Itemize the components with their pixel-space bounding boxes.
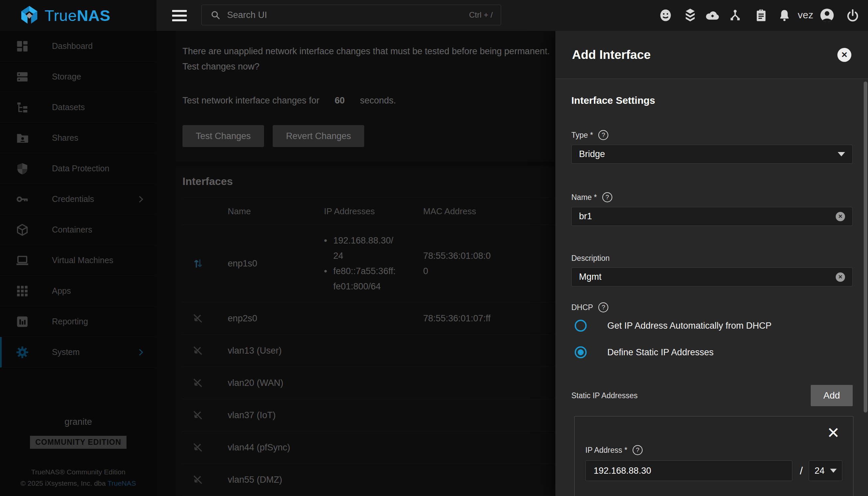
topbar: TrueNAS Search UI Ctrl + /: [0, 0, 868, 31]
panel-body: Interface Settings Type * ? Bridge Name …: [555, 79, 868, 496]
type-select[interactable]: Bridge: [571, 145, 853, 164]
cloud-sync-icon[interactable]: [704, 7, 720, 23]
clear-icon[interactable]: ✕: [836, 212, 845, 221]
notifications-bell-icon[interactable]: [776, 7, 792, 23]
type-label: Type * ?: [571, 130, 853, 140]
add-ip-button[interactable]: Add: [811, 385, 853, 406]
user-avatar[interactable]: [819, 7, 835, 23]
topbar-brand-area: TrueNAS: [0, 0, 156, 31]
truenas-logo[interactable]: TrueNAS: [19, 5, 110, 26]
search-placeholder: Search UI: [227, 10, 469, 20]
chevron-down-icon: [838, 152, 845, 156]
name-input-value: br1: [579, 211, 836, 221]
username-label[interactable]: vez: [798, 9, 813, 21]
search-shortcut-hint: Ctrl + /: [469, 10, 493, 20]
type-select-value: Bridge: [579, 149, 838, 159]
radio-option-label: Get IP Address Automatically from DHCP: [607, 321, 772, 331]
description-input-value: Mgmt: [579, 272, 836, 282]
radio-option-static[interactable]: Define Static IP Addresses: [571, 346, 853, 359]
remove-entry-icon[interactable]: ✕: [827, 425, 840, 440]
clear-icon[interactable]: ✕: [836, 273, 845, 282]
ip-address-label: IP Address * ?: [585, 445, 842, 455]
search-input[interactable]: Search UI Ctrl + /: [201, 5, 501, 25]
help-icon[interactable]: ?: [598, 130, 608, 140]
ip-address-input[interactable]: 192.168.88.30: [585, 461, 792, 481]
prefix-length-value: 24: [815, 466, 825, 476]
feedback-smiley-icon[interactable]: [658, 7, 674, 23]
prefix-length-select[interactable]: 24: [809, 461, 842, 481]
help-icon[interactable]: ?: [602, 192, 612, 202]
radio-icon: [575, 320, 587, 332]
section-title: Interface Settings: [571, 95, 853, 106]
help-icon[interactable]: ?: [633, 445, 643, 455]
description-input[interactable]: Mgmt ✕: [571, 267, 853, 286]
cidr-separator: /: [800, 465, 803, 477]
static-ips-label: Static IP Addresses: [571, 391, 638, 400]
name-input[interactable]: br1 ✕: [571, 207, 853, 226]
name-label: Name * ?: [571, 192, 853, 202]
close-icon[interactable]: ✕: [837, 48, 851, 62]
chevron-down-icon: [830, 469, 837, 473]
panel-title: Add Interface: [572, 48, 650, 62]
help-icon[interactable]: ?: [598, 303, 608, 312]
truecommand-icon[interactable]: [682, 7, 698, 23]
description-label: Description: [571, 254, 853, 263]
panel-scrollbar-thumb[interactable]: [864, 81, 867, 413]
ip-address-input-value: 192.168.88.30: [594, 466, 651, 476]
truenas-logo-text: TrueNAS: [45, 6, 110, 25]
menu-icon[interactable]: [172, 9, 188, 22]
jobs-icon[interactable]: [727, 7, 743, 23]
add-interface-panel: Add Interface ✕ Interface Settings Type …: [555, 31, 868, 496]
dhcp-label: DHCP ?: [571, 303, 853, 312]
radio-option-label: Define Static IP Addresses: [607, 347, 714, 358]
radio-option-dhcp[interactable]: Get IP Address Automatically from DHCP: [571, 319, 853, 332]
search-icon: [210, 9, 221, 21]
tasks-clipboard-icon[interactable]: [753, 7, 769, 23]
truenas-app: TrueNAS Search UI Ctrl + /: [0, 0, 868, 496]
panel-header: Add Interface ✕: [555, 31, 868, 79]
static-ip-entry-card: ✕ IP Address * ? 192.168.88.30 / 24: [574, 416, 853, 496]
radio-checked-icon: [575, 346, 587, 358]
power-icon[interactable]: [845, 7, 861, 23]
truenas-logo-icon: [19, 5, 40, 26]
static-ips-header: Static IP Addresses Add: [571, 385, 853, 406]
